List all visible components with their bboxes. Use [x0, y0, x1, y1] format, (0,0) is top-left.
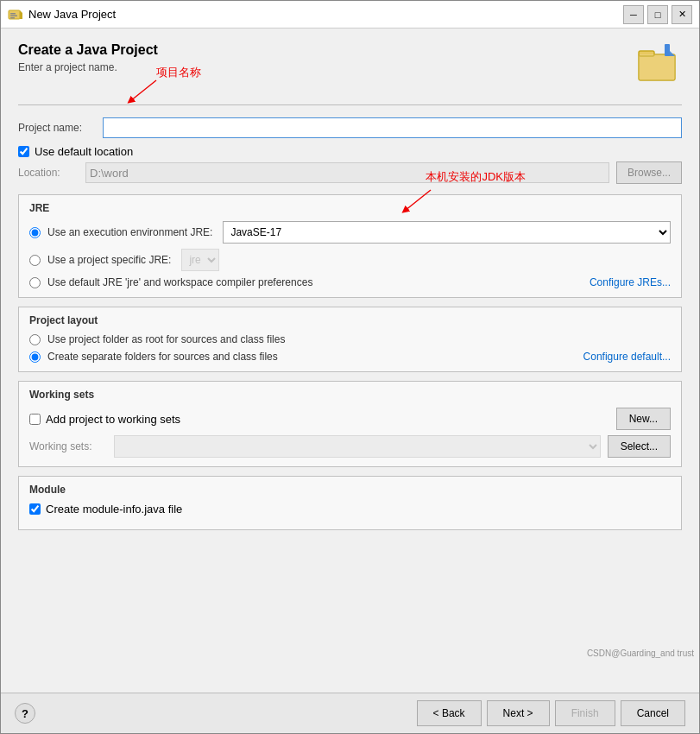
header-row: Create a Java Project Enter a project na…: [18, 42, 682, 87]
jre-env-radio[interactable]: [29, 227, 41, 238]
project-name-label: Project name:: [18, 122, 96, 134]
configure-jres-link[interactable]: Configure JREs...: [590, 276, 671, 288]
project-name-input[interactable]: [103, 117, 682, 138]
create-module-checkbox[interactable]: [29, 503, 41, 515]
folder-icon: [637, 42, 682, 87]
jre-section-title: JRE: [29, 202, 671, 214]
use-default-location-checkbox[interactable]: [18, 146, 29, 157]
svg-rect-7: [639, 54, 675, 80]
window-title: New Java Project: [28, 8, 116, 21]
module-section: Module Create module-info.java file: [18, 476, 682, 530]
jre-specific-radio[interactable]: [29, 255, 41, 266]
dialog-title: Create a Java Project: [18, 42, 158, 58]
layout-root-label: Use project folder as root for sources a…: [47, 333, 285, 345]
jre-specific-select[interactable]: jre: [181, 249, 219, 271]
create-module-row: Create module-info.java file: [29, 503, 671, 516]
title-bar: New Java Project ─ □ ✕: [1, 1, 699, 28]
watermark: CSDN@Guarding_and trust: [582, 647, 699, 660]
project-name-row: Project name:: [18, 117, 682, 138]
window-icon: [8, 7, 23, 22]
working-sets-select[interactable]: [114, 435, 601, 458]
header-text: Create a Java Project Enter a project na…: [18, 42, 158, 73]
jre-specific-label: Use a project specific JRE:: [47, 254, 171, 266]
jre-default-label: Use default JRE 'jre' and workspace comp…: [47, 276, 312, 288]
layout-root-radio[interactable]: [29, 334, 41, 345]
create-module-label: Create module-info.java file: [46, 503, 182, 516]
dialog-subtitle: Enter a project name.: [18, 61, 158, 73]
ws-top-row: Add project to working sets New...: [29, 408, 671, 430]
jre-env-select[interactable]: JavaSE-17 JavaSE-11 JavaSE-8: [223, 221, 671, 244]
jre-section: JRE Use an execution environment JRE: Ja…: [18, 194, 682, 298]
help-button[interactable]: ?: [15, 703, 35, 724]
title-bar-controls: ─ □ ✕: [623, 5, 692, 24]
add-to-working-sets-checkbox[interactable]: [29, 414, 41, 425]
svg-rect-2: [10, 13, 16, 15]
ws-select-row: Working sets: Select...: [29, 435, 671, 458]
use-default-location-label: Use default location: [35, 145, 133, 158]
jre-option2-row: Use a project specific JRE: jre: [29, 249, 671, 271]
minimize-button[interactable]: ─: [623, 5, 644, 24]
footer-buttons: < Back Next > Finish Cancel: [417, 700, 685, 726]
layout-separate-label: Create separate folders for sources and …: [47, 351, 278, 363]
finish-button[interactable]: Finish: [555, 700, 615, 726]
working-sets-title: Working sets: [29, 389, 671, 401]
location-row: Location: Browse...: [18, 161, 682, 184]
svg-rect-4: [10, 17, 15, 19]
layout-section-title: Project layout: [29, 314, 671, 326]
layout-option2-row: Create separate folders for sources and …: [29, 351, 671, 363]
add-to-working-sets-label: Add project to working sets: [46, 413, 180, 426]
svg-rect-3: [10, 15, 17, 16]
main-window: New Java Project ─ □ ✕ Create a Java Pro…: [0, 0, 700, 734]
configure-default-link[interactable]: Configure default...: [583, 351, 671, 363]
jre-env-label: Use an execution environment JRE:: [47, 226, 212, 238]
module-section-title: Module: [29, 484, 671, 496]
svg-marker-1: [20, 10, 22, 19]
cancel-button[interactable]: Cancel: [621, 700, 685, 726]
new-working-set-button[interactable]: New...: [616, 408, 671, 430]
location-input[interactable]: [85, 162, 609, 183]
footer: ? < Back Next > Finish Cancel: [1, 693, 699, 733]
layout-option1-row: Use project folder as root for sources a…: [29, 333, 671, 345]
separator-top: [18, 104, 682, 105]
back-button[interactable]: < Back: [417, 700, 482, 726]
footer-left: ?: [15, 703, 35, 724]
use-default-location-row: Use default location: [18, 145, 682, 158]
working-sets-label: Working sets:: [29, 440, 107, 452]
browse-button[interactable]: Browse...: [616, 161, 682, 184]
title-bar-left: New Java Project: [8, 7, 116, 22]
close-button[interactable]: ✕: [672, 5, 692, 24]
layout-separate-radio[interactable]: [29, 351, 41, 363]
jre-option3-row: Use default JRE 'jre' and workspace comp…: [29, 276, 671, 288]
svg-rect-9: [665, 44, 670, 56]
next-button[interactable]: Next >: [487, 700, 550, 726]
location-label: Location:: [18, 167, 79, 179]
maximize-button[interactable]: □: [647, 5, 668, 24]
select-working-set-button[interactable]: Select...: [608, 435, 671, 458]
working-sets-section: Working sets Add project to working sets…: [18, 381, 682, 467]
dialog-content: Create a Java Project Enter a project na…: [1, 28, 699, 693]
working-sets-inner: Add project to working sets New... Worki…: [29, 408, 671, 458]
jre-option1-row: Use an execution environment JRE: JavaSE…: [29, 221, 671, 244]
project-layout-section: Project layout Use project folder as roo…: [18, 307, 682, 372]
jre-default-radio[interactable]: [29, 277, 41, 288]
